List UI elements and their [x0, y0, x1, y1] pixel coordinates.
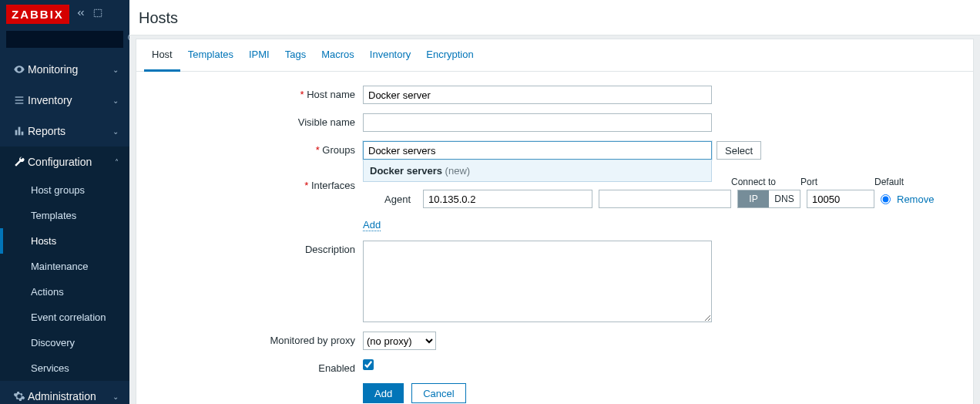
- connect-to-toggle: IP DNS: [737, 190, 800, 208]
- tab-ipmi[interactable]: IPMI: [241, 39, 277, 71]
- svg-rect-8: [22, 132, 24, 136]
- enabled-label: Enabled: [147, 359, 363, 374]
- subnav-services[interactable]: Services: [0, 355, 129, 381]
- chevron-down-icon: ⌄: [112, 392, 119, 401]
- chevron-down-icon: ⌄: [112, 96, 119, 105]
- tab-host[interactable]: Host: [144, 39, 180, 72]
- svg-rect-0: [94, 9, 101, 16]
- interfaces-label: Interfaces: [147, 177, 363, 191]
- toggle-dns[interactable]: DNS: [769, 190, 800, 207]
- subnav-hosts[interactable]: Hosts: [0, 228, 129, 254]
- nav-monitoring[interactable]: Monitoring ⌄: [0, 54, 129, 85]
- tab-templates[interactable]: Templates: [180, 39, 241, 71]
- nav-configuration[interactable]: Configuration ˄: [0, 146, 129, 177]
- nav-administration[interactable]: Administration ⌄: [0, 381, 129, 404]
- enabled-checkbox[interactable]: [363, 359, 374, 370]
- nav-label: Reports: [28, 125, 112, 137]
- subnav-event-correlation[interactable]: Event correlation: [0, 305, 129, 330]
- nav-label: Administration: [28, 390, 112, 402]
- proxy-label: Monitored by proxy: [147, 332, 363, 346]
- logo: ZABBIX: [6, 5, 69, 24]
- groups-select-button[interactable]: Select: [717, 141, 761, 160]
- groups-suggestion-item[interactable]: Docker servers (new): [364, 160, 711, 181]
- main-content: Hosts Host Templates IPMI Tags Macros In…: [129, 0, 980, 404]
- interface-port-input[interactable]: [807, 190, 874, 208]
- cancel-button[interactable]: Cancel: [411, 383, 465, 403]
- suggestion-new-badge: (new): [445, 165, 471, 177]
- interface-type: Agent: [363, 194, 417, 205]
- sidebar-hide-icon[interactable]: [92, 8, 103, 21]
- svg-rect-6: [15, 130, 18, 136]
- host-name-label: Host name: [147, 86, 363, 100]
- subnav-templates[interactable]: Templates: [0, 203, 129, 228]
- interface-remove-link[interactable]: Remove: [897, 194, 934, 205]
- bar-chart-icon: [11, 125, 28, 137]
- tab-inventory[interactable]: Inventory: [362, 39, 418, 71]
- iface-header-default: Default: [874, 177, 921, 187]
- iface-header-port: Port: [800, 177, 874, 187]
- search-input[interactable]: [12, 34, 127, 45]
- sidebar: ZABBIX Monitoring ⌄: [0, 0, 129, 404]
- toggle-ip[interactable]: IP: [738, 190, 769, 207]
- subnav-maintenance[interactable]: Maintenance: [0, 254, 129, 279]
- tab-tags[interactable]: Tags: [277, 39, 314, 71]
- subnav-configuration: Host groups Templates Hosts Maintenance …: [0, 177, 129, 381]
- add-button[interactable]: Add: [363, 383, 404, 403]
- svg-rect-7: [18, 127, 21, 136]
- host-name-input[interactable]: [363, 86, 712, 104]
- nav-label: Inventory: [28, 94, 112, 106]
- groups-label: Groups: [147, 141, 363, 156]
- suggestion-name: Docker servers: [370, 165, 442, 177]
- page-title: Hosts: [139, 9, 971, 27]
- wrench-icon: [11, 156, 28, 168]
- interface-default-radio[interactable]: [881, 194, 891, 204]
- interface-dns-input[interactable]: [599, 190, 731, 208]
- nav-inventory[interactable]: Inventory ⌄: [0, 85, 129, 116]
- nav-label: Monitoring: [28, 63, 112, 76]
- subnav-discovery[interactable]: Discovery: [0, 330, 129, 355]
- interface-row: Agent IP DNS Remove: [363, 190, 934, 208]
- interface-ip-input[interactable]: [423, 190, 592, 208]
- description-textarea[interactable]: [363, 241, 712, 322]
- visible-name-label: Visible name: [147, 113, 363, 128]
- sidebar-collapse-icon[interactable]: [76, 8, 86, 21]
- tab-macros[interactable]: Macros: [314, 39, 362, 71]
- iface-header-connect: Connect to: [731, 177, 800, 187]
- subnav-actions[interactable]: Actions: [0, 279, 129, 305]
- description-label: Description: [147, 241, 363, 255]
- gear-icon: [11, 390, 28, 402]
- groups-autocomplete: Docker servers (new): [363, 160, 712, 182]
- proxy-select[interactable]: (no proxy): [363, 332, 436, 350]
- page-header: Hosts: [129, 0, 980, 35]
- subnav-host-groups[interactable]: Host groups: [0, 177, 129, 203]
- chevron-down-icon: ⌄: [112, 66, 119, 74]
- chevron-down-icon: ⌄: [112, 127, 119, 136]
- eye-icon: [11, 63, 28, 76]
- visible-name-input[interactable]: [363, 113, 712, 132]
- chevron-up-icon: ˄: [115, 158, 119, 167]
- list-icon: [11, 94, 28, 106]
- nav-label: Configuration: [28, 156, 115, 168]
- tab-encryption[interactable]: Encryption: [418, 39, 481, 71]
- tabs: Host Templates IPMI Tags Macros Inventor…: [136, 39, 973, 72]
- host-form: Host name Visible name Groups Select: [136, 72, 973, 404]
- nav-reports[interactable]: Reports ⌄: [0, 116, 129, 146]
- sidebar-header: ZABBIX: [0, 0, 129, 29]
- sidebar-search[interactable]: [6, 31, 123, 48]
- groups-input[interactable]: [363, 141, 712, 160]
- interface-add-link[interactable]: Add: [363, 219, 381, 231]
